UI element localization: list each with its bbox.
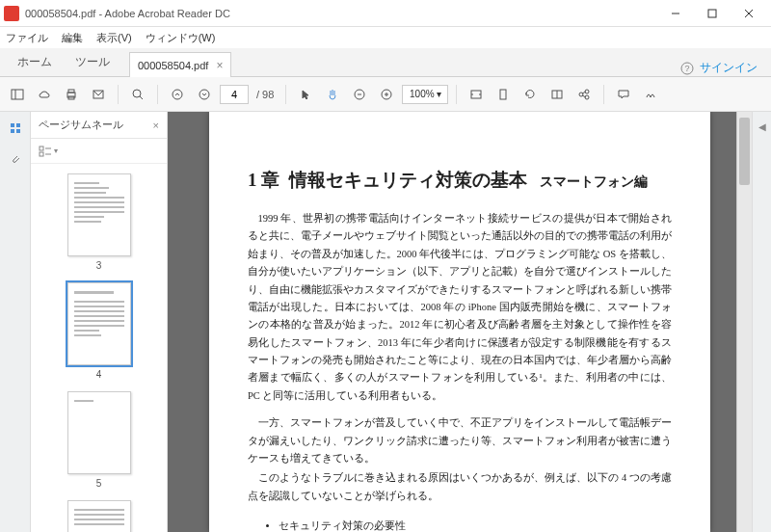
svg-rect-30: [11, 123, 14, 127]
expand-tools-icon[interactable]: ◀: [758, 121, 766, 132]
svg-rect-36: [40, 152, 43, 156]
maximize-button[interactable]: [694, 3, 731, 24]
left-rail: [0, 112, 31, 532]
svg-point-14: [173, 90, 182, 99]
fit-page-icon[interactable]: [492, 83, 515, 106]
rotate-icon[interactable]: [518, 83, 542, 106]
thumbnail-number: 4: [96, 369, 102, 380]
chevron-down-icon: ▾: [437, 89, 441, 99]
thumbnail-item[interactable]: 5: [64, 391, 135, 489]
svg-rect-32: [11, 129, 14, 133]
body-paragraph: このようなトラブルに巻き込まれる原因はいくつかあるが、例えば、以下の 4 つの考…: [248, 469, 672, 505]
svg-point-15: [199, 90, 209, 99]
svg-rect-22: [500, 90, 506, 99]
close-button[interactable]: [731, 3, 767, 24]
svg-point-12: [133, 90, 141, 97]
page-total-label: / 98: [253, 89, 278, 100]
body-paragraph: 1999 年、世界初の携帯電話向けインターネット接続サービスの提供が日本で開始さ…: [248, 210, 672, 405]
attachment-rail-icon[interactable]: [7, 150, 24, 168]
svg-rect-1: [708, 10, 716, 17]
tab-tools[interactable]: ツール: [64, 48, 121, 76]
print-icon[interactable]: [60, 83, 83, 106]
select-tool-icon[interactable]: [294, 83, 317, 106]
zoom-out-icon[interactable]: [348, 83, 371, 106]
zoom-in-icon[interactable]: [375, 83, 398, 106]
close-tab-icon[interactable]: ×: [216, 59, 223, 72]
page-up-icon[interactable]: [166, 83, 189, 106]
thumbnail-options[interactable]: ▾: [31, 139, 167, 164]
menu-view[interactable]: 表示(V): [96, 31, 132, 45]
thumbnail-item[interactable]: 4: [64, 282, 135, 380]
page-number-input[interactable]: [220, 85, 249, 104]
list-item: セキュリティ対策の必要性: [279, 517, 672, 532]
svg-line-13: [140, 96, 143, 99]
help-icon: ?: [680, 62, 694, 75]
svg-rect-9: [68, 90, 74, 93]
comment-icon[interactable]: [612, 83, 635, 106]
tab-home[interactable]: ホーム: [6, 48, 64, 76]
thumbnail-panel-header: ページサムネール ×: [31, 112, 167, 139]
scrollbar-handle[interactable]: [739, 118, 750, 185]
zoom-level-select[interactable]: 100%▾: [402, 85, 448, 104]
chevron-down-icon: ▾: [54, 146, 58, 155]
menu-window[interactable]: ウィンドウ(W): [146, 31, 216, 45]
svg-rect-33: [16, 129, 20, 133]
main-area: ページサムネール × ▾ 3 4 5 6: [0, 112, 771, 532]
toolbar: / 98 100%▾: [0, 77, 771, 112]
svg-rect-6: [12, 90, 23, 99]
read-mode-icon[interactable]: [545, 83, 569, 106]
save-cloud-icon[interactable]: [33, 83, 56, 106]
menu-file[interactable]: ファイル: [6, 31, 48, 45]
right-rail: ◀: [752, 112, 771, 532]
sign-icon[interactable]: [639, 83, 662, 106]
menu-bar: ファイル 編集 表示(V) ウィンドウ(W): [0, 27, 771, 48]
page-down-icon[interactable]: [193, 83, 216, 106]
body-paragraph: 一方、スマートフォンが普及していく中で、不正アプリをインストールして電話帳データ…: [248, 414, 672, 467]
mail-icon[interactable]: [87, 83, 110, 106]
thumbnail-item[interactable]: 3: [64, 173, 135, 271]
window-title: 000058504.pdf - Adobe Acrobat Reader DC: [25, 8, 657, 19]
document-viewport[interactable]: 1 章 情報セキュリティ対策の基本 スマートフォン編 1999 年、世界初の携帯…: [168, 112, 752, 532]
thumbnail-number: 3: [96, 260, 102, 271]
document-tab[interactable]: 000058504.pdf ×: [129, 52, 231, 77]
signin-link[interactable]: ? サインイン: [667, 60, 771, 76]
bullet-list: セキュリティ対策の必要性 スマートフォンの利用方法に応じたセキュリティ対策強化の…: [279, 517, 672, 532]
tab-bar: ホーム ツール 000058504.pdf × ? サインイン: [0, 48, 771, 77]
hand-tool-icon[interactable]: [321, 83, 344, 106]
chapter-heading: 1 章 情報セキュリティ対策の基本 スマートフォン編: [248, 168, 672, 193]
svg-rect-31: [16, 123, 20, 127]
thumbnail-list[interactable]: 3 4 5 6: [31, 164, 167, 532]
search-icon[interactable]: [126, 83, 149, 106]
svg-rect-34: [40, 146, 43, 150]
thumbnail-panel: ページサムネール × ▾ 3 4 5 6: [31, 112, 168, 532]
share-icon[interactable]: [572, 83, 596, 106]
app-icon: [4, 6, 19, 21]
sidebar-toggle-icon[interactable]: [6, 83, 29, 106]
fit-width-icon[interactable]: [465, 83, 488, 106]
thumbnail-number: 5: [96, 478, 102, 489]
document-tab-label: 000058504.pdf: [138, 60, 208, 71]
title-bar: 000058504.pdf - Adobe Acrobat Reader DC: [0, 0, 771, 27]
menu-edit[interactable]: 編集: [62, 31, 83, 45]
thumbnails-rail-icon[interactable]: [7, 120, 24, 137]
svg-text:?: ?: [684, 64, 689, 73]
thumbnail-item[interactable]: 6: [64, 500, 135, 532]
vertical-scrollbar[interactable]: [736, 112, 752, 532]
close-panel-icon[interactable]: ×: [153, 120, 159, 131]
minimize-button[interactable]: [657, 3, 694, 24]
pdf-page: 1 章 情報セキュリティ対策の基本 スマートフォン編 1999 年、世界初の携帯…: [209, 112, 710, 532]
options-icon: [39, 146, 52, 157]
thumbnail-panel-title: ページサムネール: [39, 118, 153, 132]
